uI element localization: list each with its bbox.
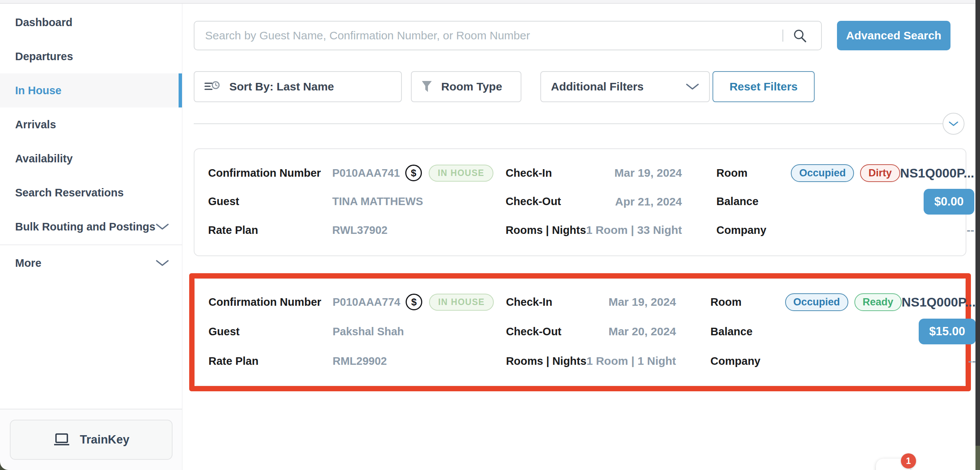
window-top-strip [0,0,980,4]
reset-filters-label: Reset Filters [730,80,798,93]
sidebar-item-label: More [15,257,41,269]
rate-plan-label: Rate Plan [208,355,332,368]
sidebar-item-availability[interactable]: Availability [0,142,182,175]
check-out-value: Mar 20, 2024 [608,325,676,338]
notification-badge: 1 [901,453,916,468]
sidebar-item-search-reservations[interactable]: Search Reservations [0,175,182,210]
sidebar-item-in-house[interactable]: In House [0,73,182,107]
sidebar-item-label: Dashboard [15,16,72,29]
desktop-right-edge-bottom [975,446,980,470]
sidebar: Dashboard Departures In House Arrivals A… [0,4,182,409]
collapse-chip[interactable] [943,113,964,135]
trainkey-label: TrainKey [80,433,129,446]
in-house-badge: IN HOUSE [429,165,493,182]
chevron-down-icon [948,121,958,127]
sidebar-footer: TrainKey [0,409,182,470]
confirmation-value: P010AAA774 [332,296,400,308]
room-label: Room [716,167,775,179]
highlight-red-border: Confirmation Number P010AAA774 $ IN HOUS… [189,273,971,391]
company-value: -- [968,355,976,368]
check-out-value: Apr 21, 2024 [615,195,682,208]
sort-by-button[interactable]: Sort By: Last Name [194,71,402,102]
check-in-value: Mar 19, 2024 [608,296,676,308]
room-label: Room [711,296,769,308]
sidebar-item-more[interactable]: More [0,246,182,280]
dollar-circle-icon[interactable]: $ [406,294,422,310]
additional-filters-dropdown[interactable]: Additional Filters [540,71,710,102]
guest-value: Pakshal Shah [332,325,404,338]
rooms-nights-value: 1 Room | 33 Night [586,224,682,236]
sidebar-item-label: In House [15,84,61,97]
balance-label: Balance [716,195,775,208]
rooms-nights-label: Rooms | Nights [506,355,587,368]
company-label: Company [716,224,775,236]
sidebar-item-bulk-routing[interactable]: Bulk Routing and Postings [0,210,182,244]
laptop-icon [52,433,71,447]
sidebar-item-dashboard[interactable]: Dashboard [0,5,182,39]
room-type-filter-button[interactable]: Room Type [411,71,522,102]
rate-plan-label: Rate Plan [208,224,332,236]
desktop-right-edge [975,0,980,470]
chevron-down-icon [156,223,169,231]
reset-filters-button[interactable]: Reset Filters [713,71,815,102]
rate-plan-value: RWL37902 [332,224,387,236]
room-number: NS1Q000P... [900,166,974,180]
sidebar-item-label: Availability [15,153,73,165]
list-divider [194,123,946,124]
sort-by-label: Sort By: Last Name [229,80,334,93]
rooms-nights-label: Rooms | Nights [506,224,586,236]
room-status-pill: Ready [854,293,902,311]
advanced-search-button[interactable]: Advanced Search [837,21,950,50]
dollar-circle-icon[interactable]: $ [405,165,422,181]
sidebar-item-label: Arrivals [15,118,56,131]
room-status-pill: Dirty [860,164,900,182]
room-number: NS1Q000P... [902,295,976,309]
search-box [194,21,822,50]
confirmation-label: Confirmation Number [208,167,332,179]
chevron-down-icon [156,259,169,267]
main-content: Advanced Search Sort By: Last Name Room … [183,4,975,470]
confirmation-value: P010AAA741 [332,167,400,179]
confirmation-label: Confirmation Number [208,296,332,308]
company-value: -- [967,224,974,236]
trainkey-button[interactable]: TrainKey [10,420,173,460]
additional-filters-label: Additional Filters [551,80,644,93]
search-icon[interactable] [792,29,807,43]
check-out-label: Check-Out [506,195,561,208]
filter-funnel-icon [422,81,433,93]
sidebar-item-label: Search Reservations [15,186,124,199]
search-divider [783,30,783,41]
filter-row: Sort By: Last Name Room Type Additional … [194,71,950,102]
balance-label: Balance [711,325,769,338]
reservation-card-highlighted[interactable]: Confirmation Number P010AAA774 $ IN HOUS… [194,279,966,386]
balance-button[interactable]: $0.00 [924,189,974,215]
room-status-pill: Occupied [791,164,854,182]
chevron-down-icon [686,83,699,91]
search-input[interactable] [194,21,822,50]
guest-label: Guest [208,195,332,208]
sort-icon [204,81,221,92]
sidebar-item-departures[interactable]: Departures [0,39,182,73]
active-indicator-bar [178,73,182,107]
sidebar-item-label: Bulk Routing and Postings [15,221,156,233]
sidebar-item-arrivals[interactable]: Arrivals [0,107,182,142]
in-house-badge: IN HOUSE [429,294,494,311]
chat-widget-button[interactable]: 1 [876,459,910,470]
check-out-label: Check-Out [506,325,562,338]
room-type-label: Room Type [441,80,502,93]
rooms-nights-value: 1 Room | 1 Night [587,355,676,368]
guest-value: TINA MATTHEWS [332,195,423,208]
reservation-card[interactable]: Confirmation Number P010AAA741 $ IN HOUS… [194,148,966,256]
company-label: Company [711,355,769,368]
guest-label: Guest [208,325,332,338]
check-in-label: Check-In [506,167,552,179]
sidebar-divider [0,244,182,245]
room-status-pill: Occupied [785,293,848,311]
check-in-value: Mar 19, 2024 [614,167,682,179]
rate-plan-value: RML29902 [332,355,387,368]
balance-button[interactable]: $15.00 [919,319,976,344]
sidebar-item-label: Departures [15,50,73,63]
check-in-label: Check-In [506,296,552,308]
